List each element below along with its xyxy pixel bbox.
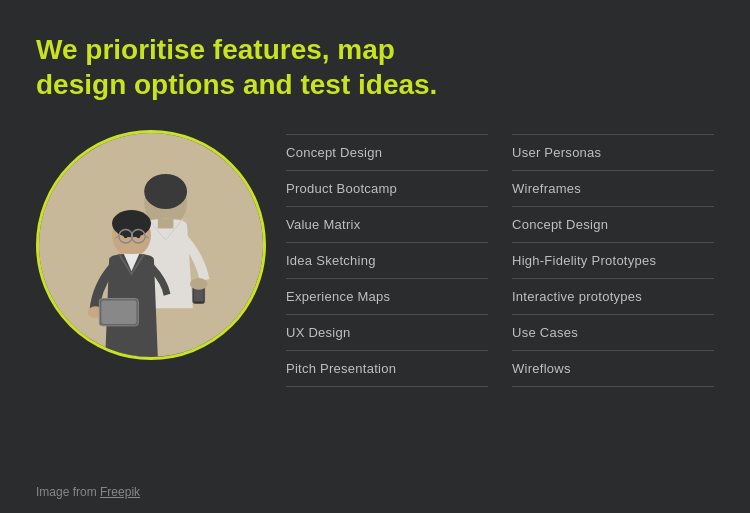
list-item: User Personas: [512, 134, 714, 171]
freepik-link[interactable]: Freepik: [100, 485, 140, 499]
list-item: Interactive prototypes: [512, 279, 714, 315]
list-item: Pitch Presentation: [286, 351, 488, 387]
list-item: Concept Design: [286, 134, 488, 171]
left-list-column: Concept Design Product Bootcamp Value Ma…: [286, 134, 508, 387]
list-item: High-Fidelity Prototypes: [512, 243, 714, 279]
image-credit: Image from Freepik: [36, 485, 140, 499]
lists-area: Concept Design Product Bootcamp Value Ma…: [286, 130, 714, 387]
profile-image-circle: [36, 130, 266, 360]
list-item: Wireframes: [512, 171, 714, 207]
svg-point-16: [136, 234, 140, 238]
list-item: Use Cases: [512, 315, 714, 351]
list-item: Value Matrix: [286, 207, 488, 243]
content-area: Concept Design Product Bootcamp Value Ma…: [36, 130, 714, 387]
list-item: Wireflows: [512, 351, 714, 387]
page-container: We prioritise features, map design optio…: [0, 0, 750, 513]
list-item: Experience Maps: [286, 279, 488, 315]
svg-rect-9: [101, 301, 136, 324]
right-list-column: User Personas Wireframes Concept Design …: [508, 134, 714, 387]
svg-rect-2: [158, 219, 174, 229]
list-item: Idea Sketching: [286, 243, 488, 279]
list-item: Product Bootcamp: [286, 171, 488, 207]
svg-point-15: [124, 234, 128, 238]
list-item: Concept Design: [512, 207, 714, 243]
page-heading: We prioritise features, map design optio…: [36, 32, 456, 102]
svg-point-19: [190, 278, 208, 290]
list-item: UX Design: [286, 315, 488, 351]
svg-point-3: [144, 174, 187, 209]
